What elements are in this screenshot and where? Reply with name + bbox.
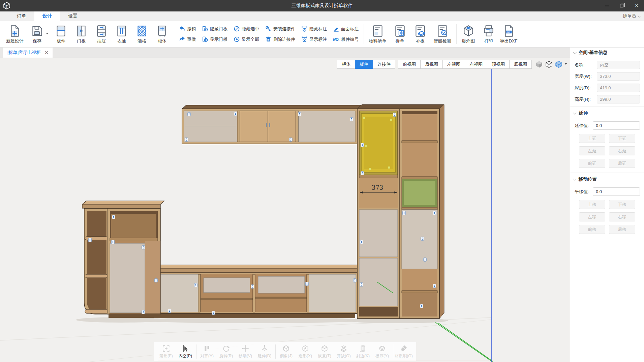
chamfer-button[interactable]: 倒角(J) xyxy=(277,344,296,359)
extend-up-button[interactable]: 上延 xyxy=(579,134,605,143)
extend-right-button[interactable]: 右延 xyxy=(609,146,635,155)
close-button[interactable]: × xyxy=(629,0,644,11)
extend-value-input[interactable] xyxy=(593,121,640,130)
notch-button[interactable]: 开缺(O) xyxy=(334,344,354,359)
section-basic-info-header[interactable]: 空间-基本信息 xyxy=(570,48,644,58)
wireframe-cube-icon xyxy=(545,60,553,68)
view-left-button[interactable]: 左视图 xyxy=(442,60,465,69)
restore-button[interactable] xyxy=(614,0,629,11)
tab-design[interactable]: 设计 xyxy=(34,11,60,21)
section-move-header[interactable]: 移动位置 xyxy=(570,174,644,184)
wall-cabinet-row xyxy=(182,105,361,144)
material-list-button[interactable]: 物料清单 xyxy=(366,24,390,44)
ribbon-tab-bar: 订单 设计 设置 拆单员 xyxy=(0,11,644,21)
clothes-rod-button[interactable]: 衣通 xyxy=(112,24,132,44)
print-button[interactable]: 打印 xyxy=(479,24,499,44)
export-dxf-icon: DXF xyxy=(502,24,516,38)
show-dimension-button[interactable]: 显示标注 xyxy=(301,36,327,42)
hide-dimension-button[interactable]: 隐藏标注 xyxy=(301,26,327,32)
extend-left-button[interactable]: 左延 xyxy=(579,146,605,155)
explode-view-button[interactable]: 爆炸图 xyxy=(458,24,479,44)
move-back-button[interactable]: 后移 xyxy=(609,225,635,234)
move-button[interactable]: 移动(V) xyxy=(236,344,255,359)
add-board-button[interactable]: 补板 xyxy=(410,24,430,44)
focus-button[interactable]: 聚焦(F) xyxy=(157,344,176,359)
view-direction-group: 前视图 后视图 左视图 右视图 顶视图 底视图 xyxy=(398,60,532,69)
close-tab-icon[interactable]: ✕ xyxy=(44,50,49,55)
render-style-caret[interactable] xyxy=(564,63,567,66)
door-icon xyxy=(74,24,88,38)
material-brush-button[interactable]: 材质刷(G) xyxy=(394,344,413,359)
3d-viewport-scene[interactable]: 373 xyxy=(0,58,570,362)
move-up-button[interactable]: 上移 xyxy=(579,200,605,209)
document-tab[interactable]: [拆单]客厅电视柜 ✕ xyxy=(3,48,53,58)
wine-rack-button[interactable]: 酒格 xyxy=(132,24,152,44)
split-order-icon xyxy=(393,24,407,38)
mode-connector-button[interactable]: 连接件 xyxy=(373,60,395,69)
restore-icon xyxy=(620,4,623,7)
view-front-button[interactable]: 前视图 xyxy=(398,60,421,69)
drawer-button[interactable]: 抽屉 xyxy=(91,24,112,44)
view-bottom-button[interactable]: 底视图 xyxy=(509,60,532,69)
save-icon xyxy=(30,24,44,38)
redo-button[interactable]: 重做 xyxy=(179,36,196,42)
minimize-button[interactable] xyxy=(600,0,614,11)
view-top-button[interactable]: 顶视图 xyxy=(487,60,510,69)
hide-doors-button[interactable]: 隐藏门板 xyxy=(202,26,227,32)
move-value-input[interactable] xyxy=(593,187,640,196)
view-back-button[interactable]: 后视图 xyxy=(420,60,443,69)
inner-space-icon xyxy=(181,344,189,353)
cabinet-3d-model[interactable]: 373 xyxy=(82,104,444,319)
tab-settings[interactable]: 设置 xyxy=(60,11,86,21)
rotate-button[interactable]: 旋转(R) xyxy=(217,344,236,359)
wireframe-cube-button[interactable] xyxy=(545,60,553,69)
new-design-button[interactable]: 新建设计 xyxy=(3,24,27,44)
cabinet-body-button[interactable]: 柜体 xyxy=(152,24,172,44)
view-right-button[interactable]: 右视图 xyxy=(465,60,487,69)
align-button[interactable]: 对齐(A) xyxy=(197,344,217,359)
thickness-button[interactable]: 板厚(Y) xyxy=(373,344,392,359)
shape-button[interactable]: 造形(X) xyxy=(296,344,315,359)
tall-cabinet xyxy=(357,104,444,319)
move-left-button[interactable]: 左移 xyxy=(579,212,605,221)
install-connector-button[interactable]: 安装连接件 xyxy=(265,26,295,32)
move-right-button[interactable]: 右移 xyxy=(609,212,635,221)
section-extend-header[interactable]: 延伸 xyxy=(570,108,644,118)
panel-button[interactable]: 板件 xyxy=(51,24,71,44)
extend-button[interactable]: 延伸(D) xyxy=(255,344,274,359)
save-button[interactable]: 保存 xyxy=(27,24,47,44)
tab-orders[interactable]: 订单 xyxy=(9,11,34,21)
door-panel-button[interactable]: 门板 xyxy=(71,24,91,44)
transparent-cube-button[interactable] xyxy=(554,60,563,69)
extend-back-button[interactable]: 后延 xyxy=(609,159,635,168)
show-all-button[interactable]: 显示全部 xyxy=(234,36,259,42)
delete-connector-button[interactable]: 删除连接件 xyxy=(265,36,295,42)
split-order-button[interactable]: 拆单 xyxy=(390,24,410,44)
inner-space-button[interactable]: 内空(P) xyxy=(176,344,195,359)
edgeband-button[interactable]: 封边(K) xyxy=(354,344,373,359)
part-number-button[interactable]: NO. 板件编号 xyxy=(333,36,359,42)
hide-selected-button[interactable]: 隐藏选中 xyxy=(234,26,259,32)
solid-cube-icon xyxy=(535,60,543,68)
solid-cube-button[interactable] xyxy=(535,60,544,69)
redo-icon xyxy=(179,36,185,42)
face-dimension-button[interactable]: 面面标注 xyxy=(333,26,359,32)
mode-panel-button[interactable]: 板件 xyxy=(355,60,373,69)
user-role-dropdown[interactable]: 拆单员 xyxy=(623,11,640,21)
move-down-button[interactable]: 下移 xyxy=(609,200,635,209)
restore-button[interactable]: 恢复(T) xyxy=(315,344,334,359)
smart-check-button[interactable]: 智能检测 xyxy=(430,24,455,44)
move-front-button[interactable]: 前移 xyxy=(579,225,605,234)
extend-down-button[interactable]: 下延 xyxy=(609,134,635,143)
show-doors-button[interactable]: 显示门板 xyxy=(202,36,227,42)
title-bar: 三维家板式家具设计拆单软件 × xyxy=(0,0,644,11)
save-dropdown-caret[interactable] xyxy=(46,33,49,36)
export-dxf-button[interactable]: DXF 导出DXF xyxy=(499,24,519,44)
3d-viewport[interactable]: 373 xyxy=(0,58,570,362)
toolbar-separator xyxy=(456,24,457,44)
undo-button[interactable]: 撤销 xyxy=(179,26,196,32)
minimize-icon xyxy=(605,6,609,6)
extend-front-button[interactable]: 前延 xyxy=(579,159,605,168)
side-tower xyxy=(82,201,164,318)
mode-cabinet-button[interactable]: 柜体 xyxy=(337,60,355,69)
